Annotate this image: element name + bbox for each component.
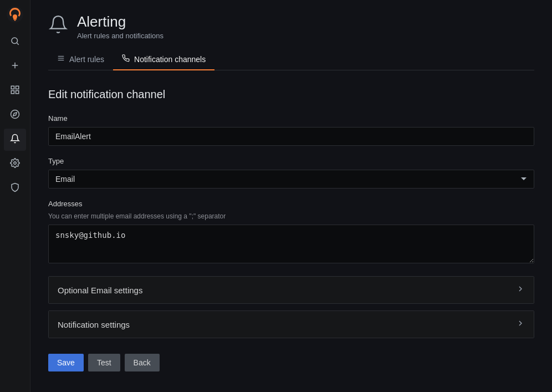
notification-settings-chevron bbox=[516, 319, 525, 330]
type-label: Type bbox=[48, 157, 534, 165]
svg-point-14 bbox=[14, 161, 17, 164]
optional-email-label: Optional Email settings bbox=[58, 286, 142, 295]
button-row: Save Test Back bbox=[48, 354, 534, 371]
notification-channels-icon bbox=[122, 54, 130, 64]
header: Alerting Alert rules and notifications A… bbox=[30, 0, 552, 70]
optional-email-header[interactable]: Optional Email settings bbox=[49, 277, 534, 303]
sidebar-item-settings[interactable] bbox=[4, 153, 26, 175]
svg-rect-9 bbox=[16, 86, 19, 89]
add-icon bbox=[10, 60, 20, 73]
header-top: Alerting Alert rules and notifications bbox=[48, 13, 534, 40]
alerting-header-icon bbox=[48, 14, 68, 39]
search-icon bbox=[10, 36, 20, 49]
alert-rules-icon bbox=[57, 54, 65, 64]
type-select[interactable]: Email Slack PagerDuty Webhook OpsGenie bbox=[48, 170, 534, 189]
notification-settings-label: Notification settings bbox=[58, 320, 130, 329]
sidebar-item-alerting[interactable] bbox=[4, 129, 26, 151]
svg-rect-8 bbox=[11, 86, 14, 89]
grafana-logo[interactable] bbox=[5, 4, 25, 24]
tab-alert-rules[interactable]: Alert rules bbox=[48, 49, 113, 70]
explore-icon bbox=[10, 109, 20, 122]
test-button[interactable]: Test bbox=[88, 354, 120, 371]
svg-rect-2 bbox=[13, 18, 17, 20]
svg-point-4 bbox=[12, 38, 18, 44]
svg-point-1 bbox=[13, 14, 17, 19]
back-button[interactable]: Back bbox=[125, 354, 160, 371]
sidebar bbox=[0, 0, 30, 392]
page-title: Edit notification channel bbox=[48, 88, 534, 101]
svg-rect-3 bbox=[14, 20, 16, 21]
tab-notification-channels-label: Notification channels bbox=[134, 55, 206, 64]
addresses-textarea[interactable] bbox=[48, 225, 534, 263]
header-title-block: Alerting Alert rules and notifications bbox=[77, 13, 163, 40]
sidebar-item-shield[interactable] bbox=[4, 177, 26, 200]
svg-point-12 bbox=[11, 110, 19, 118]
sidebar-item-search[interactable] bbox=[4, 31, 26, 53]
name-form-group: Name bbox=[48, 114, 534, 146]
shield-icon bbox=[10, 182, 20, 195]
dashboards-icon bbox=[10, 85, 20, 98]
svg-rect-11 bbox=[16, 90, 19, 93]
sidebar-item-add[interactable] bbox=[4, 55, 26, 78]
alerting-icon bbox=[10, 134, 20, 146]
content-area: Edit notification channel Name Type Emai… bbox=[30, 70, 552, 392]
type-form-group: Type Email Slack PagerDuty Webhook OpsGe… bbox=[48, 157, 534, 189]
tabs: Alert rules Notification channels bbox=[48, 49, 534, 70]
notification-settings-section: Notification settings bbox=[48, 310, 534, 338]
save-button[interactable]: Save bbox=[48, 354, 84, 371]
optional-email-section: Optional Email settings bbox=[48, 276, 534, 304]
addresses-label: Addresses bbox=[48, 200, 534, 208]
settings-icon bbox=[10, 158, 20, 171]
tab-notification-channels[interactable]: Notification channels bbox=[113, 49, 214, 70]
header-subtitle: Alert rules and notifications bbox=[77, 32, 163, 40]
name-input[interactable] bbox=[48, 127, 534, 146]
notification-settings-header[interactable]: Notification settings bbox=[49, 311, 534, 338]
main-content: Alerting Alert rules and notifications A… bbox=[30, 0, 552, 392]
sidebar-item-dashboards[interactable] bbox=[4, 80, 26, 102]
sidebar-item-explore[interactable] bbox=[4, 104, 26, 126]
name-label: Name bbox=[48, 114, 534, 123]
svg-rect-10 bbox=[11, 90, 14, 93]
addresses-form-group: Addresses You can enter multiple email a… bbox=[48, 200, 534, 265]
tab-alert-rules-label: Alert rules bbox=[69, 55, 104, 64]
addresses-hint: You can enter multiple email addresses u… bbox=[48, 212, 534, 220]
svg-marker-13 bbox=[13, 112, 17, 115]
optional-email-chevron bbox=[516, 284, 525, 296]
svg-line-5 bbox=[17, 43, 18, 44]
header-title: Alerting bbox=[77, 13, 163, 30]
